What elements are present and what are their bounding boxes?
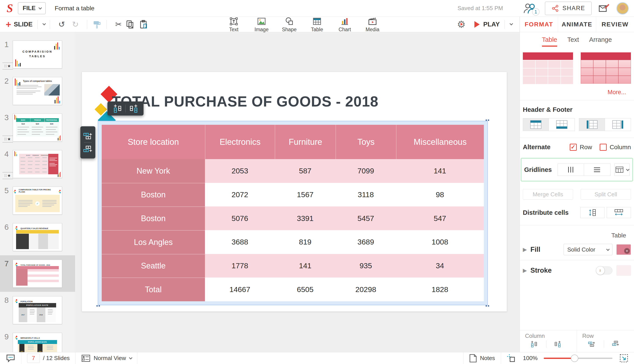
- stroke-color-swatch[interactable]: [616, 265, 631, 276]
- insert-text-button[interactable]: Text: [224, 16, 243, 32]
- selection-handle[interactable]: [486, 120, 489, 121]
- slide-row-1[interactable]: 1 COMPARISION TABLES ★: [0, 36, 75, 72]
- insert-column-left-button[interactable]: [525, 340, 544, 348]
- slide-thumbnail-7[interactable]: TOTAL PURCHASE OF GOODS - 2018: [13, 260, 62, 288]
- tab-review[interactable]: REVIEW: [596, 17, 634, 32]
- insert-column-left-button[interactable]: [113, 104, 122, 113]
- slide-row-8[interactable]: 8 POPULATION POPULATION RATE 2017 2018: [0, 292, 75, 328]
- alternate-row-checkbox[interactable]: ✓ Row: [570, 144, 592, 151]
- table-cell[interactable]: 98: [396, 183, 484, 207]
- last-column-toggle[interactable]: [605, 118, 631, 131]
- current-slide-input[interactable]: 7: [27, 354, 40, 363]
- table-cell[interactable]: 587: [275, 159, 336, 183]
- document-title[interactable]: Format a table: [54, 5, 94, 12]
- user-avatar[interactable]: [616, 2, 629, 14]
- play-button[interactable]: PLAY: [474, 21, 500, 28]
- slide-thumbnail-3[interactable]: BASICPREMIUMPROFESSIONAL $10$20$30: [13, 114, 62, 142]
- slide-row-3[interactable]: 3 BASICPREMIUMPROFESSIONAL $10$20$30: [0, 109, 75, 146]
- notes-button[interactable]: Notes: [464, 352, 501, 364]
- table-header-cell[interactable]: Electronics: [205, 125, 275, 159]
- alternate-column-checkbox[interactable]: Column: [600, 144, 631, 151]
- footer-row-toggle[interactable]: [549, 118, 575, 131]
- slide-row-9[interactable]: 9 MERGE/SPLIT CELLS POPULATION RATE 2017…: [0, 328, 75, 352]
- play-options-chevron[interactable]: [510, 23, 512, 26]
- table-cell[interactable]: 1008: [396, 230, 484, 254]
- merge-cells-button[interactable]: Merge Cells: [523, 189, 573, 200]
- table-row-label[interactable]: Los Angles: [102, 230, 205, 254]
- table-cell[interactable]: 20298: [336, 278, 396, 301]
- feedback-button[interactable]: [598, 4, 610, 13]
- slide-row-5[interactable]: 5 COMPARISON TABLE FOR PRICING PLANS ✓: [0, 182, 75, 219]
- slide-row-4[interactable]: 4 BASICPREMIUMPROFESSIONAL: [0, 146, 75, 182]
- table-selection-frame[interactable]: Store location Electronics Furniture Toy…: [98, 121, 488, 305]
- insert-row-above-button[interactable]: [83, 132, 92, 140]
- insert-table-button[interactable]: Table: [308, 16, 326, 32]
- table-cell[interactable]: 2072: [205, 183, 275, 207]
- table-row-label[interactable]: New York: [102, 159, 205, 183]
- vertical-gridlines-button[interactable]: [558, 164, 584, 176]
- header-row-toggle[interactable]: [523, 118, 549, 131]
- slide-thumbnail-2[interactable]: Types of comparison tables: [13, 77, 62, 105]
- selection-handle[interactable]: [486, 305, 489, 306]
- table-cell[interactable]: 3689: [336, 230, 396, 254]
- slide-editor[interactable]: TOTAL PURCHASE OF GOODS - 2018: [82, 72, 507, 312]
- slide-thumbnail-4[interactable]: BASICPREMIUMPROFESSIONAL: [13, 150, 62, 178]
- zoom-slider[interactable]: [544, 358, 612, 359]
- transition-indicator-icon[interactable]: ★: [3, 136, 13, 142]
- table-cell[interactable]: 5457: [336, 206, 396, 230]
- stroke-toggle[interactable]: ‖: [596, 266, 612, 274]
- table-cell[interactable]: 1778: [205, 254, 275, 278]
- table-cell[interactable]: 3688: [205, 230, 275, 254]
- insert-row-above-button[interactable]: [582, 340, 602, 348]
- share-button[interactable]: SHARE: [545, 2, 592, 15]
- table-row-label[interactable]: Seattle: [102, 254, 205, 278]
- redo-button[interactable]: ↻: [72, 20, 78, 28]
- table-cell[interactable]: 14667: [205, 278, 275, 301]
- slide-row-7-selected[interactable]: 7 TOTAL PURCHASE OF GOODS - 2018: [0, 255, 75, 292]
- table-cell[interactable]: 141: [275, 254, 336, 278]
- table-row-label[interactable]: Total: [102, 278, 205, 301]
- table-cell[interactable]: 34: [396, 254, 484, 278]
- subtab-arrange[interactable]: Arrange: [589, 36, 612, 47]
- table-style-option-2[interactable]: [581, 52, 631, 85]
- table-row-label[interactable]: Boston: [102, 183, 205, 207]
- collaborators-button[interactable]: 1: [523, 2, 538, 14]
- insert-chart-button[interactable]: Chart: [336, 16, 354, 32]
- slide-thumbnail-5[interactable]: COMPARISON TABLE FOR PRICING PLANS ✓: [13, 186, 62, 214]
- table-cell[interactable]: 6505: [275, 278, 336, 301]
- tab-format[interactable]: FORMAT: [520, 17, 558, 32]
- file-menu-button[interactable]: FILE: [18, 2, 46, 14]
- table-cell[interactable]: 819: [275, 230, 336, 254]
- table-header-cell[interactable]: Toys: [336, 125, 396, 159]
- distribute-columns-button[interactable]: [607, 207, 631, 218]
- fit-to-screen-button[interactable]: [617, 352, 634, 364]
- slide-row-6[interactable]: 6 QUARTERLY SALES REVENUE: [0, 219, 75, 255]
- slide-title-text[interactable]: TOTAL PURCHASE OF GOODS - 2018: [112, 93, 378, 110]
- table-style-option-1[interactable]: [523, 52, 573, 85]
- add-slide-button[interactable]: + SLIDE: [6, 21, 32, 28]
- insert-column-right-button[interactable]: [129, 104, 138, 113]
- table-cell[interactable]: 2053: [205, 159, 275, 183]
- cut-button[interactable]: ✂: [115, 20, 122, 28]
- subtab-table[interactable]: Table: [542, 36, 557, 47]
- insert-row-below-button[interactable]: [83, 145, 92, 154]
- slide-thumbnail-9[interactable]: MERGE/SPLIT CELLS POPULATION RATE 2017 2…: [13, 333, 62, 352]
- undo-button[interactable]: ↺: [58, 20, 65, 28]
- selection-handle[interactable]: [96, 305, 100, 306]
- distribute-rows-button[interactable]: [580, 207, 604, 218]
- insert-column-right-button[interactable]: [548, 340, 568, 348]
- table-cell[interactable]: 7099: [336, 159, 396, 183]
- split-cell-button[interactable]: Split Cell: [581, 189, 631, 200]
- more-styles-link[interactable]: More...: [520, 85, 634, 100]
- table-cell[interactable]: 3391: [275, 206, 336, 230]
- transition-indicator-icon[interactable]: ★: [3, 62, 13, 70]
- format-painter-button[interactable]: [92, 20, 102, 29]
- subtab-text[interactable]: Text: [567, 36, 579, 47]
- table-cell[interactable]: 1567: [275, 183, 336, 207]
- table-row-label[interactable]: Boston: [102, 206, 205, 230]
- insert-shape-button[interactable]: Shape: [280, 16, 298, 32]
- settings-gear-button[interactable]: ⚙: [457, 19, 466, 30]
- gridlines-dropdown[interactable]: [614, 164, 630, 176]
- slide-thumbnail-1[interactable]: COMPARISION TABLES: [13, 40, 62, 68]
- tab-animate[interactable]: ANIMATE: [558, 17, 596, 32]
